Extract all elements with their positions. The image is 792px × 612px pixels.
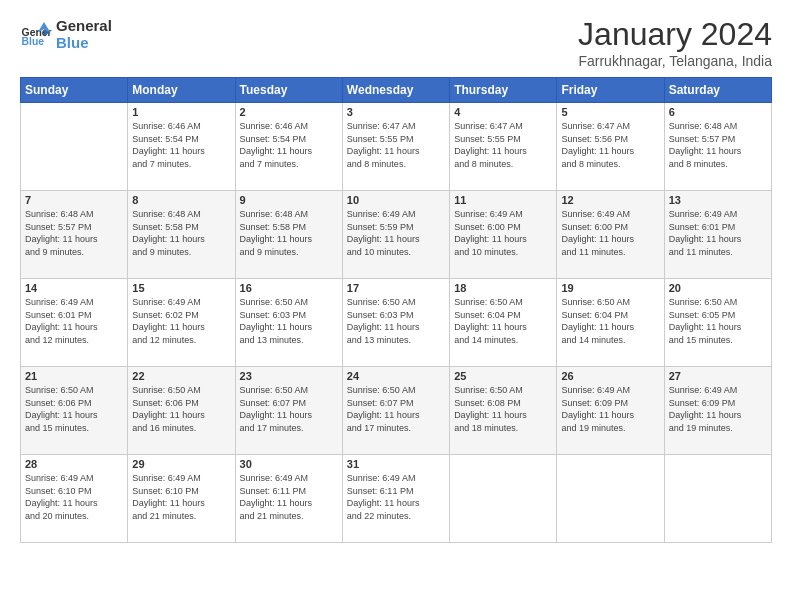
- day-info: Sunrise: 6:48 AMSunset: 5:58 PMDaylight:…: [240, 208, 338, 258]
- day-cell: 16Sunrise: 6:50 AMSunset: 6:03 PMDayligh…: [235, 279, 342, 367]
- day-info: Sunrise: 6:50 AMSunset: 6:07 PMDaylight:…: [347, 384, 445, 434]
- day-number: 10: [347, 194, 445, 206]
- day-cell: 9Sunrise: 6:48 AMSunset: 5:58 PMDaylight…: [235, 191, 342, 279]
- day-info: Sunrise: 6:49 AMSunset: 6:00 PMDaylight:…: [561, 208, 659, 258]
- day-info: Sunrise: 6:50 AMSunset: 6:08 PMDaylight:…: [454, 384, 552, 434]
- day-cell: 13Sunrise: 6:49 AMSunset: 6:01 PMDayligh…: [664, 191, 771, 279]
- day-number: 30: [240, 458, 338, 470]
- day-cell: [21, 103, 128, 191]
- day-number: 29: [132, 458, 230, 470]
- day-info: Sunrise: 6:50 AMSunset: 6:03 PMDaylight:…: [347, 296, 445, 346]
- day-info: Sunrise: 6:50 AMSunset: 6:03 PMDaylight:…: [240, 296, 338, 346]
- day-cell: 7Sunrise: 6:48 AMSunset: 5:57 PMDaylight…: [21, 191, 128, 279]
- day-cell: [664, 455, 771, 543]
- day-number: 26: [561, 370, 659, 382]
- week-row: 28Sunrise: 6:49 AMSunset: 6:10 PMDayligh…: [21, 455, 772, 543]
- day-info: Sunrise: 6:49 AMSunset: 5:59 PMDaylight:…: [347, 208, 445, 258]
- day-info: Sunrise: 6:48 AMSunset: 5:58 PMDaylight:…: [132, 208, 230, 258]
- day-info: Sunrise: 6:47 AMSunset: 5:56 PMDaylight:…: [561, 120, 659, 170]
- day-number: 20: [669, 282, 767, 294]
- day-info: Sunrise: 6:50 AMSunset: 6:05 PMDaylight:…: [669, 296, 767, 346]
- col-header-wednesday: Wednesday: [342, 78, 449, 103]
- logo-blue: Blue: [56, 35, 112, 52]
- day-info: Sunrise: 6:49 AMSunset: 6:01 PMDaylight:…: [669, 208, 767, 258]
- day-cell: 6Sunrise: 6:48 AMSunset: 5:57 PMDaylight…: [664, 103, 771, 191]
- day-number: 12: [561, 194, 659, 206]
- day-cell: 4Sunrise: 6:47 AMSunset: 5:55 PMDaylight…: [450, 103, 557, 191]
- day-info: Sunrise: 6:49 AMSunset: 6:00 PMDaylight:…: [454, 208, 552, 258]
- day-number: 22: [132, 370, 230, 382]
- day-info: Sunrise: 6:49 AMSunset: 6:10 PMDaylight:…: [132, 472, 230, 522]
- day-info: Sunrise: 6:49 AMSunset: 6:11 PMDaylight:…: [240, 472, 338, 522]
- day-cell: 18Sunrise: 6:50 AMSunset: 6:04 PMDayligh…: [450, 279, 557, 367]
- day-cell: 2Sunrise: 6:46 AMSunset: 5:54 PMDaylight…: [235, 103, 342, 191]
- day-info: Sunrise: 6:50 AMSunset: 6:04 PMDaylight:…: [561, 296, 659, 346]
- day-cell: [450, 455, 557, 543]
- day-cell: 5Sunrise: 6:47 AMSunset: 5:56 PMDaylight…: [557, 103, 664, 191]
- day-cell: 23Sunrise: 6:50 AMSunset: 6:07 PMDayligh…: [235, 367, 342, 455]
- day-cell: 21Sunrise: 6:50 AMSunset: 6:06 PMDayligh…: [21, 367, 128, 455]
- day-info: Sunrise: 6:49 AMSunset: 6:09 PMDaylight:…: [669, 384, 767, 434]
- day-cell: 10Sunrise: 6:49 AMSunset: 5:59 PMDayligh…: [342, 191, 449, 279]
- day-number: 28: [25, 458, 123, 470]
- day-number: 14: [25, 282, 123, 294]
- day-info: Sunrise: 6:46 AMSunset: 5:54 PMDaylight:…: [132, 120, 230, 170]
- day-cell: 11Sunrise: 6:49 AMSunset: 6:00 PMDayligh…: [450, 191, 557, 279]
- day-cell: 28Sunrise: 6:49 AMSunset: 6:10 PMDayligh…: [21, 455, 128, 543]
- day-info: Sunrise: 6:49 AMSunset: 6:02 PMDaylight:…: [132, 296, 230, 346]
- col-header-friday: Friday: [557, 78, 664, 103]
- week-row: 21Sunrise: 6:50 AMSunset: 6:06 PMDayligh…: [21, 367, 772, 455]
- day-number: 27: [669, 370, 767, 382]
- day-cell: [557, 455, 664, 543]
- title-block: January 2024 Farrukhnagar, Telangana, In…: [578, 16, 772, 69]
- day-number: 23: [240, 370, 338, 382]
- day-number: 8: [132, 194, 230, 206]
- day-number: 25: [454, 370, 552, 382]
- day-number: 13: [669, 194, 767, 206]
- day-number: 21: [25, 370, 123, 382]
- logo-general: General: [56, 18, 112, 35]
- week-row: 14Sunrise: 6:49 AMSunset: 6:01 PMDayligh…: [21, 279, 772, 367]
- day-info: Sunrise: 6:49 AMSunset: 6:01 PMDaylight:…: [25, 296, 123, 346]
- day-cell: 31Sunrise: 6:49 AMSunset: 6:11 PMDayligh…: [342, 455, 449, 543]
- day-info: Sunrise: 6:48 AMSunset: 5:57 PMDaylight:…: [25, 208, 123, 258]
- day-cell: 24Sunrise: 6:50 AMSunset: 6:07 PMDayligh…: [342, 367, 449, 455]
- day-cell: 19Sunrise: 6:50 AMSunset: 6:04 PMDayligh…: [557, 279, 664, 367]
- header-row: SundayMondayTuesdayWednesdayThursdayFrid…: [21, 78, 772, 103]
- day-cell: 30Sunrise: 6:49 AMSunset: 6:11 PMDayligh…: [235, 455, 342, 543]
- day-info: Sunrise: 6:49 AMSunset: 6:09 PMDaylight:…: [561, 384, 659, 434]
- day-number: 24: [347, 370, 445, 382]
- day-cell: 20Sunrise: 6:50 AMSunset: 6:05 PMDayligh…: [664, 279, 771, 367]
- day-number: 19: [561, 282, 659, 294]
- day-number: 9: [240, 194, 338, 206]
- col-header-saturday: Saturday: [664, 78, 771, 103]
- day-info: Sunrise: 6:50 AMSunset: 6:06 PMDaylight:…: [132, 384, 230, 434]
- day-number: 18: [454, 282, 552, 294]
- week-row: 1Sunrise: 6:46 AMSunset: 5:54 PMDaylight…: [21, 103, 772, 191]
- calendar-table: SundayMondayTuesdayWednesdayThursdayFrid…: [20, 77, 772, 543]
- day-number: 6: [669, 106, 767, 118]
- day-cell: 15Sunrise: 6:49 AMSunset: 6:02 PMDayligh…: [128, 279, 235, 367]
- day-number: 5: [561, 106, 659, 118]
- calendar-subtitle: Farrukhnagar, Telangana, India: [578, 53, 772, 69]
- day-cell: 1Sunrise: 6:46 AMSunset: 5:54 PMDaylight…: [128, 103, 235, 191]
- day-cell: 14Sunrise: 6:49 AMSunset: 6:01 PMDayligh…: [21, 279, 128, 367]
- day-number: 1: [132, 106, 230, 118]
- week-row: 7Sunrise: 6:48 AMSunset: 5:57 PMDaylight…: [21, 191, 772, 279]
- day-info: Sunrise: 6:50 AMSunset: 6:07 PMDaylight:…: [240, 384, 338, 434]
- day-info: Sunrise: 6:50 AMSunset: 6:04 PMDaylight:…: [454, 296, 552, 346]
- day-cell: 3Sunrise: 6:47 AMSunset: 5:55 PMDaylight…: [342, 103, 449, 191]
- day-cell: 17Sunrise: 6:50 AMSunset: 6:03 PMDayligh…: [342, 279, 449, 367]
- svg-text:Blue: Blue: [22, 36, 45, 47]
- col-header-monday: Monday: [128, 78, 235, 103]
- calendar-title: January 2024: [578, 16, 772, 53]
- day-number: 4: [454, 106, 552, 118]
- day-info: Sunrise: 6:46 AMSunset: 5:54 PMDaylight:…: [240, 120, 338, 170]
- logo: General Blue General Blue: [20, 16, 112, 51]
- day-info: Sunrise: 6:50 AMSunset: 6:06 PMDaylight:…: [25, 384, 123, 434]
- day-cell: 29Sunrise: 6:49 AMSunset: 6:10 PMDayligh…: [128, 455, 235, 543]
- day-number: 17: [347, 282, 445, 294]
- day-cell: 25Sunrise: 6:50 AMSunset: 6:08 PMDayligh…: [450, 367, 557, 455]
- day-number: 3: [347, 106, 445, 118]
- day-info: Sunrise: 6:47 AMSunset: 5:55 PMDaylight:…: [347, 120, 445, 170]
